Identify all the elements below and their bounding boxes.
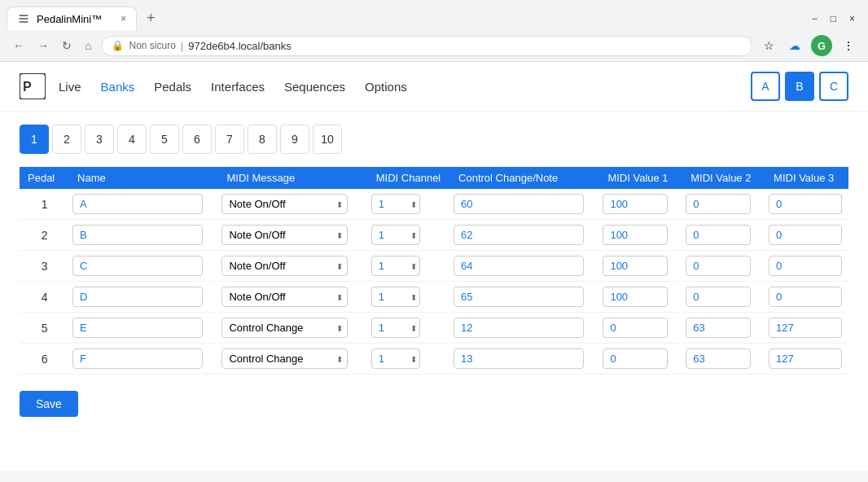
- th-pedal: Pedal: [20, 167, 69, 189]
- cc-note-input[interactable]: [454, 256, 584, 276]
- reload-button[interactable]: ↻: [59, 36, 75, 55]
- address-bar: ← → ↻ ⌂ 🔒 Non sicuro | 972de6b4.local/ba…: [0, 30, 868, 61]
- page-num-3[interactable]: 3: [85, 125, 114, 154]
- value2-input[interactable]: [686, 287, 751, 307]
- midi-message-select[interactable]: Note On/OffControl ChangeProgram ChangeP…: [221, 318, 348, 338]
- value3-input[interactable]: [769, 225, 842, 245]
- nav-banks[interactable]: Banks: [101, 80, 135, 94]
- value3-input[interactable]: [769, 256, 842, 276]
- midi-channel-select[interactable]: 12345678910111213141516: [371, 194, 420, 214]
- window-controls: − □ ×: [812, 13, 861, 24]
- menu-icon[interactable]: ⋮: [839, 36, 858, 55]
- name-input[interactable]: [72, 318, 203, 338]
- bank-a-button[interactable]: A: [751, 72, 780, 101]
- page-num-5[interactable]: 5: [150, 125, 179, 154]
- midi-message-select[interactable]: Note On/OffControl ChangeProgram ChangeP…: [221, 225, 348, 245]
- save-button[interactable]: Save: [20, 391, 78, 417]
- value1-input[interactable]: [603, 287, 668, 307]
- nav-sequences[interactable]: Sequences: [284, 80, 345, 94]
- value2-input[interactable]: [686, 348, 751, 369]
- value1-input[interactable]: [603, 348, 668, 369]
- table-row: 4Note On/OffControl ChangeProgram Change…: [20, 282, 848, 313]
- url-bar[interactable]: 🔒 Non sicuro | 972de6b4.local/banks: [101, 36, 752, 56]
- name-input[interactable]: [72, 348, 203, 369]
- maximize-button[interactable]: □: [831, 13, 836, 24]
- midi-message-select[interactable]: Note On/OffControl ChangeProgram ChangeP…: [221, 348, 348, 369]
- cc-note-cell: [450, 251, 599, 282]
- midi-channel-select[interactable]: 12345678910111213141516: [371, 318, 420, 338]
- page-num-10[interactable]: 10: [313, 125, 342, 154]
- page-num-7[interactable]: 7: [215, 125, 244, 154]
- midi-channel-select[interactable]: 12345678910111213141516: [371, 225, 420, 245]
- pedal-number: 4: [20, 282, 69, 313]
- cloud-icon[interactable]: ☁: [785, 36, 804, 55]
- home-button[interactable]: ⌂: [81, 36, 94, 55]
- star-icon[interactable]: ☆: [759, 36, 778, 55]
- page-number-row: 1 2 3 4 5 6 7 8 9 10: [20, 125, 848, 154]
- new-tab-button[interactable]: +: [140, 7, 162, 30]
- value1-input[interactable]: [603, 256, 668, 276]
- value1-cell: [599, 251, 682, 282]
- value1-input[interactable]: [603, 194, 668, 214]
- page-num-6[interactable]: 6: [182, 125, 212, 154]
- page-num-4[interactable]: 4: [117, 125, 147, 154]
- midi-channel-select[interactable]: 12345678910111213141516: [371, 287, 420, 307]
- nav-interfaces[interactable]: Interfaces: [211, 80, 265, 94]
- midi-message-select[interactable]: Note On/OffControl ChangeProgram ChangeP…: [221, 256, 348, 276]
- cc-note-input[interactable]: [454, 287, 584, 307]
- cc-note-input[interactable]: [454, 318, 584, 338]
- value2-input[interactable]: [686, 318, 751, 338]
- page-num-1[interactable]: 1: [20, 125, 49, 154]
- bank-c-button[interactable]: C: [819, 72, 848, 101]
- forward-button[interactable]: →: [34, 36, 52, 55]
- midi-channel-cell: 12345678910111213141516: [368, 189, 450, 220]
- midi-channel-select[interactable]: 12345678910111213141516: [371, 348, 420, 369]
- midi-channel-cell: 12345678910111213141516: [368, 344, 450, 375]
- value2-cell: [682, 189, 765, 220]
- tab-close-button[interactable]: ×: [121, 13, 126, 24]
- midi-message-select[interactable]: Note On/OffControl ChangeProgram ChangeP…: [221, 194, 348, 214]
- page-num-8[interactable]: 8: [248, 125, 277, 154]
- value3-input[interactable]: [769, 287, 842, 307]
- name-input[interactable]: [72, 256, 203, 276]
- bank-b-button[interactable]: B: [785, 72, 814, 101]
- nav-pedals[interactable]: Pedals: [154, 80, 191, 94]
- back-button[interactable]: ←: [10, 36, 28, 55]
- name-input[interactable]: [72, 194, 203, 214]
- name-input[interactable]: [72, 225, 203, 245]
- value2-input[interactable]: [686, 194, 751, 214]
- nav-live[interactable]: Live: [59, 80, 81, 94]
- value3-input[interactable]: [769, 348, 842, 369]
- value2-input[interactable]: [686, 256, 751, 276]
- page-num-9[interactable]: 9: [280, 125, 309, 154]
- app-nav: Live Banks Pedals Interfaces Sequences O…: [59, 80, 751, 94]
- nav-options[interactable]: Options: [365, 80, 407, 94]
- value2-input[interactable]: [686, 225, 751, 245]
- cc-note-input[interactable]: [454, 194, 584, 214]
- name-input[interactable]: [72, 287, 203, 307]
- close-button[interactable]: ×: [849, 13, 855, 24]
- value2-cell: [682, 344, 765, 375]
- midi-channel-select[interactable]: 12345678910111213141516: [371, 256, 420, 276]
- value2-cell: [682, 282, 765, 313]
- midi-message-select[interactable]: Note On/OffControl ChangeProgram ChangeP…: [221, 287, 348, 307]
- cc-note-cell: [450, 344, 599, 375]
- active-tab: PedalinMini™ ×: [7, 7, 137, 30]
- midi-message-cell: Note On/OffControl ChangeProgram ChangeP…: [218, 251, 367, 282]
- page-num-2[interactable]: 2: [52, 125, 81, 154]
- midi-channel-cell: 12345678910111213141516: [368, 251, 450, 282]
- value3-input[interactable]: [769, 318, 842, 338]
- value1-input[interactable]: [603, 225, 668, 245]
- name-cell: [69, 189, 218, 220]
- value1-input[interactable]: [603, 318, 668, 338]
- url-text: 972de6b4.local/banks: [188, 40, 292, 52]
- midi-channel-cell: 12345678910111213141516: [368, 282, 450, 313]
- value3-cell: [765, 313, 848, 344]
- cc-note-input[interactable]: [454, 225, 584, 245]
- value3-input[interactable]: [769, 194, 842, 214]
- user-avatar[interactable]: G: [811, 35, 832, 56]
- th-midi-channel: MIDI Channel: [368, 167, 450, 189]
- secure-label: Non sicuro: [129, 40, 175, 51]
- cc-note-input[interactable]: [454, 348, 584, 369]
- minimize-button[interactable]: −: [812, 13, 818, 24]
